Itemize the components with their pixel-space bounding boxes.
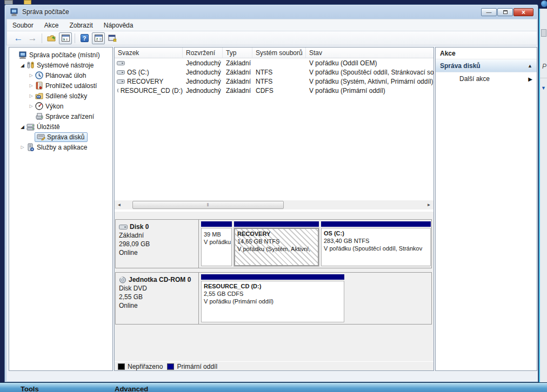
tree-item-label: Výkon: [44, 102, 65, 111]
disk-media-type: Základní: [119, 232, 195, 239]
partition-color-bar: [234, 221, 319, 227]
scroll-right-arrow[interactable]: ►: [424, 200, 433, 209]
restore-button[interactable]: [497, 8, 513, 16]
partition-color-bar: [321, 221, 431, 227]
services-icon: [26, 143, 35, 151]
scrollbar-thumb[interactable]: ⦀: [132, 201, 284, 209]
volume-filesystem: NTFS: [252, 78, 306, 85]
close-button[interactable]: ×: [513, 8, 533, 16]
volume-row-resource-cd[interactable]: RESOURCE_CD (D:) Jednoduchý Základní CDF…: [115, 86, 433, 95]
folder-icon: [47, 35, 56, 42]
computer-management-window: Správa počítače — × Soubor Akce Zobrazit…: [4, 4, 538, 382]
tree-item-label: Prohlížeč událostí: [44, 82, 98, 90]
tree-item-label: Sdílené složky: [44, 92, 89, 100]
back-icon: ←: [14, 33, 23, 43]
menu-soubor[interactable]: Soubor: [7, 20, 39, 31]
collapsed-icon[interactable]: ▷: [28, 104, 35, 109]
unallocated-swatch: [118, 363, 125, 370]
legend-label: Primární oddíl: [177, 363, 217, 370]
collapsed-icon[interactable]: ▷: [28, 73, 35, 78]
background-menu-advanced[interactable]: Advanced: [115, 385, 148, 392]
collapsed-icon[interactable]: ▷: [19, 145, 26, 150]
actions-group-disk-management[interactable]: Správa disků ▲: [436, 59, 537, 72]
tree-item-storage[interactable]: ◢ Úložiště: [9, 121, 112, 132]
column-header-stav[interactable]: Stav: [306, 48, 433, 58]
partition-os-c[interactable]: OS (C:) 283,40 GB NTFS V pořádku (Spoušt…: [321, 221, 431, 266]
tree-item-label-selected: Správa disků: [45, 133, 86, 141]
tree-selection-box: Správa disků: [35, 132, 88, 142]
volume-filesystem: NTFS: [252, 69, 306, 76]
volume-type: Základní: [223, 59, 252, 67]
actions-panel: Akce Správa disků ▲ Další akce ▶: [435, 47, 537, 371]
disk0-label-block[interactable]: Disk 0 Základní 298,09 GB Online: [116, 220, 199, 268]
system-tools-icon: [26, 62, 35, 69]
disk-name: Disk 0: [130, 223, 149, 231]
forward-button[interactable]: →: [26, 32, 39, 44]
dropdown-arrow-icon[interactable]: ▼: [541, 85, 546, 91]
volume-row-oem[interactable]: Jednoduchý Základní V pořádku (Oddíl OEM…: [115, 58, 433, 67]
volume-status: V pořádku (Oddíl OEM): [306, 59, 433, 67]
action-pane-button[interactable]: [92, 32, 105, 44]
partition-recovery-selected[interactable]: RECOVERY 14,65 GB NTFS V pořádku (Systém…: [234, 221, 319, 266]
back-button[interactable]: ←: [12, 32, 25, 44]
volume-table-header: Svazek Rozvržení Typ Systém souborů Stav: [115, 48, 433, 58]
tree-item-services-applications[interactable]: ▷ Služby a aplikace: [9, 142, 112, 152]
tree-item-device-manager[interactable]: Správce zařízení: [9, 111, 112, 121]
more-actions-item[interactable]: Další akce ▶: [436, 72, 537, 85]
title-bar[interactable]: Správa počítače — ×: [5, 5, 538, 19]
properties-window-button[interactable]: [59, 32, 72, 44]
legend-label: Nepřiřazeno: [128, 363, 163, 370]
console-options-button[interactable]: [106, 32, 119, 44]
volume-type: Základní: [223, 87, 252, 94]
tree-item-task-scheduler[interactable]: ▷ Plánovač úloh: [9, 70, 112, 80]
expanded-icon[interactable]: ◢: [19, 124, 26, 130]
tree-item-computer-management-root[interactable]: Správa počítače (místní): [9, 50, 112, 60]
background-right-text-fragment: P: [542, 63, 546, 70]
background-menu-tools[interactable]: Tools: [21, 385, 39, 392]
menu-akce[interactable]: Akce: [39, 20, 64, 31]
menu-napoveda[interactable]: Nápověda: [98, 20, 139, 31]
show-console-tree-button[interactable]: [45, 32, 58, 44]
partition-resource-cd[interactable]: RESOURCE_CD (D:) 2,55 GB CDFS V pořádku …: [201, 274, 344, 322]
cdrom0-label-block[interactable]: Jednotka CD-ROM 0 Disk DVD 2,55 GB Onlin…: [116, 273, 199, 324]
shared-folders-icon: [35, 92, 44, 100]
menu-zobrazit[interactable]: Zobrazit: [64, 20, 98, 31]
toolbar-separator: [42, 33, 42, 43]
tree-item-performance[interactable]: ▷ Výkon: [9, 101, 112, 111]
restore-icon: [503, 10, 508, 14]
volume-layout: Jednoduchý: [183, 78, 223, 85]
tree-item-system-tools[interactable]: ◢ Systémové nástroje: [9, 60, 112, 70]
column-header-typ[interactable]: Typ: [223, 48, 252, 58]
partition-status: V pořádku (Primární oddíl): [204, 298, 342, 305]
collapse-arrow-icon[interactable]: ▲: [528, 63, 532, 69]
collapsed-icon[interactable]: ▷: [28, 93, 35, 98]
scroll-left-arrow[interactable]: ◄: [115, 200, 124, 209]
column-header-svazek[interactable]: Svazek: [115, 48, 183, 58]
event-viewer-icon: [35, 82, 44, 90]
disk-size: 2,55 GB: [119, 293, 195, 301]
volume-row-os-c[interactable]: OS (C:) Jednoduchý Základní NTFS V pořád…: [115, 67, 433, 77]
background-right-button-fragment: [541, 29, 546, 37]
horizontal-scrollbar[interactable]: ◄ ⦀ ►: [115, 200, 433, 209]
submenu-arrow-icon: ▶: [528, 76, 532, 82]
expanded-icon[interactable]: ◢: [19, 63, 26, 68]
console-window-icon: [62, 35, 70, 42]
tree-item-disk-management[interactable]: Správa disků: [9, 132, 112, 142]
collapsed-icon[interactable]: ▷: [28, 83, 35, 88]
volume-row-recovery[interactable]: RECOVERY Jednoduchý Základní NTFS V pořá…: [115, 77, 433, 86]
column-header-rozvrzeni[interactable]: Rozvržení: [183, 48, 223, 58]
partition-title: RECOVERY: [237, 231, 316, 237]
tree-item-shared-folders[interactable]: ▷ Sdílené složky: [9, 91, 112, 101]
partition-size: 14,65 GB NTFS: [237, 238, 316, 245]
help-button[interactable]: ?: [78, 32, 91, 44]
disk-management-main-panel: Svazek Rozvržení Typ Systém souborů Stav…: [114, 47, 434, 371]
column-header-system-souboru[interactable]: Systém souborů: [252, 48, 306, 58]
volume-icon: [117, 79, 125, 84]
minimize-button[interactable]: —: [481, 8, 497, 16]
legend-bar: Nepřiřazeno Primární oddíl: [115, 361, 433, 371]
tree-item-event-viewer[interactable]: ▷ Prohlížeč událostí: [9, 80, 112, 91]
disk-state: Online: [119, 249, 195, 256]
tree-item-label: Plánovač úloh: [44, 71, 88, 80]
partition-oem[interactable]: 39 MB V pořádku: [201, 221, 232, 266]
help-icon: ?: [81, 34, 89, 42]
